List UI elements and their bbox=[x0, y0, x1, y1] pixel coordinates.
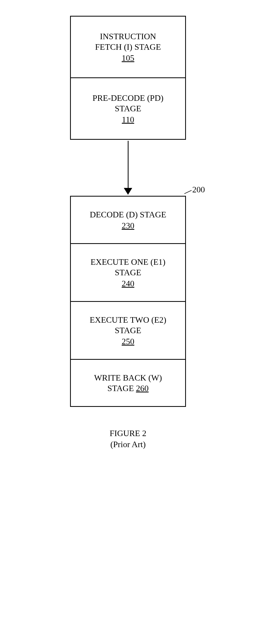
stage-title-line1: INSTRUCTION bbox=[100, 32, 156, 41]
stage-title-line2: STAGE bbox=[115, 326, 141, 335]
arrow-head-icon bbox=[124, 188, 132, 195]
stage-title-line2-pre: STAGE bbox=[107, 383, 136, 393]
stage-title: EXECUTE TWO (E2) STAGE bbox=[76, 314, 180, 336]
stage-title-line2: STAGE bbox=[115, 268, 141, 277]
bottom-stage-group-wrapper: 200 DECODE (D) STAGE 230 EXECUTE ONE (E1… bbox=[70, 196, 186, 407]
stage-title: WRITE BACK (W) STAGE 260 bbox=[76, 372, 180, 393]
group-ref-label: 200 bbox=[192, 185, 205, 194]
stage-title: PRE-DECODE (PD) STAGE bbox=[76, 93, 180, 114]
figure-caption: FIGURE 2 (Prior Art) bbox=[110, 428, 146, 450]
stage-title-line1: DECODE (D) STAGE bbox=[90, 210, 166, 219]
stage-ref-inline: 260 bbox=[136, 383, 149, 393]
execute-one-stage: EXECUTE ONE (E1) STAGE 240 bbox=[71, 244, 185, 302]
pipeline-diagram: INSTRUCTION FETCH (I) STAGE 105 PRE-DECO… bbox=[70, 16, 186, 450]
stage-title: DECODE (D) STAGE bbox=[76, 209, 180, 220]
top-stage-group: INSTRUCTION FETCH (I) STAGE 105 PRE-DECO… bbox=[70, 16, 186, 140]
stage-title: INSTRUCTION FETCH (I) STAGE bbox=[76, 31, 180, 52]
stage-ref: 240 bbox=[122, 279, 134, 288]
write-back-stage: WRITE BACK (W) STAGE 260 bbox=[71, 360, 185, 406]
stage-ref: 105 bbox=[122, 53, 134, 63]
arrow-line bbox=[128, 141, 129, 188]
arrow-down bbox=[124, 141, 132, 195]
stage-title-line2: STAGE bbox=[115, 104, 141, 113]
stage-title-line1: EXECUTE ONE (E1) bbox=[91, 257, 165, 267]
stage-title-line2: FETCH (I) STAGE bbox=[95, 42, 161, 52]
stage-title-line1: EXECUTE TWO (E2) bbox=[90, 315, 166, 325]
stage-title: EXECUTE ONE (E1) STAGE bbox=[76, 257, 180, 278]
stage-ref: 250 bbox=[122, 337, 134, 346]
stage-title-line1: PRE-DECODE (PD) bbox=[92, 93, 163, 103]
stage-title-line1: WRITE BACK (W) bbox=[94, 373, 162, 382]
stage-ref: 110 bbox=[122, 115, 134, 124]
pre-decode-stage: PRE-DECODE (PD) STAGE 110 bbox=[71, 78, 185, 139]
stage-ref: 230 bbox=[122, 221, 134, 231]
caption-line1: FIGURE 2 bbox=[110, 428, 146, 439]
caption-line2: (Prior Art) bbox=[110, 439, 146, 450]
bottom-stage-group: DECODE (D) STAGE 230 EXECUTE ONE (E1) ST… bbox=[70, 196, 186, 407]
decode-stage: DECODE (D) STAGE 230 bbox=[71, 197, 185, 244]
instruction-fetch-stage: INSTRUCTION FETCH (I) STAGE 105 bbox=[71, 17, 185, 78]
execute-two-stage: EXECUTE TWO (E2) STAGE 250 bbox=[71, 302, 185, 360]
